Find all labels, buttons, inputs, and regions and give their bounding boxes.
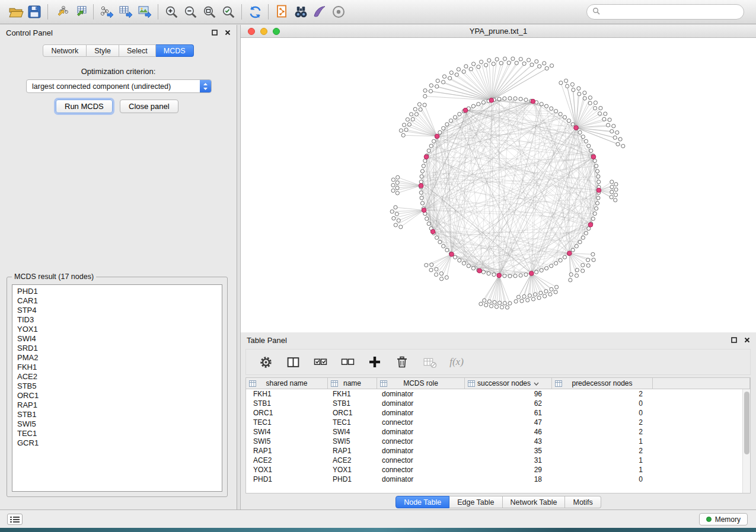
close-panel-button[interactable]: Close panel (120, 100, 178, 113)
gear-icon[interactable] (258, 354, 273, 370)
search-box[interactable] (586, 4, 744, 20)
cell-predecessor-nodes: 2 (552, 447, 653, 455)
table-row[interactable]: FKH1FKH1dominator962 (246, 389, 750, 399)
result-list-item[interactable]: GCR1 (12, 438, 222, 448)
result-list-item[interactable]: STB5 (12, 382, 222, 391)
float-window-icon[interactable] (731, 337, 737, 343)
tab-motifs[interactable]: Motifs (565, 496, 601, 508)
result-list-item[interactable]: CAR1 (12, 296, 222, 306)
memory-label: Memory (715, 515, 741, 524)
run-mcds-button[interactable]: Run MCDS (56, 100, 113, 113)
cell-successor-nodes: 35 (465, 447, 552, 455)
tab-select[interactable]: Select (119, 44, 156, 57)
result-list-item[interactable]: RAP1 (12, 400, 222, 410)
close-panel-icon[interactable] (744, 337, 750, 343)
task-history-icon[interactable] (7, 514, 23, 525)
column-header-successor-nodes[interactable]: successor nodes (465, 378, 552, 389)
clear-selection-icon[interactable] (340, 354, 355, 370)
find-icon[interactable] (291, 2, 310, 21)
birdseye-view-icon[interactable] (329, 2, 348, 21)
table-column-icon (380, 380, 387, 389)
result-list-item[interactable]: PHD1 (12, 287, 222, 296)
optimization-criterion-select[interactable]: largest connected component (undirected) (26, 79, 212, 93)
result-list-item[interactable]: SWI5 (12, 419, 222, 429)
table-row[interactable]: ACE2ACE2connector311 (246, 456, 750, 465)
tab-node-table[interactable]: Node Table (395, 496, 449, 508)
mcds-result-title: MCDS result (17 nodes) (12, 273, 96, 281)
table-row[interactable]: SWI4SWI4dominator462 (246, 427, 750, 437)
memory-button[interactable]: Memory (699, 513, 748, 525)
zoom-in-icon[interactable] (162, 2, 181, 21)
float-window-icon[interactable] (212, 30, 218, 36)
column-header-filler (653, 378, 750, 389)
import-network-icon[interactable] (52, 2, 71, 21)
zoom-selected-icon[interactable] (219, 2, 238, 21)
table-row[interactable]: PHD1PHD1dominator180 (246, 475, 750, 484)
column-header-shared-name[interactable]: shared name (246, 378, 328, 389)
table-row[interactable]: YOX1YOX1connector291 (246, 465, 750, 475)
result-list-item[interactable]: ORC1 (12, 391, 222, 400)
refresh-icon[interactable] (245, 2, 264, 21)
tab-network-table[interactable]: Network Table (503, 496, 566, 508)
result-list-item[interactable]: ACE2 (12, 372, 222, 382)
table-row[interactable]: ORC1ORC1dominator610 (246, 408, 750, 418)
cell-successor-nodes: 31 (465, 456, 552, 464)
graphics-details-icon[interactable] (310, 2, 329, 21)
column-header-name[interactable]: name (328, 378, 377, 389)
search-input[interactable] (604, 8, 738, 16)
tab-edge-table[interactable]: Edge Table (449, 496, 502, 508)
result-list-item[interactable]: STP4 (12, 306, 222, 315)
function-builder-icon[interactable]: f(x) (449, 354, 464, 370)
result-list-item[interactable]: STB1 (12, 410, 222, 419)
node-table: shared namenameMCDS rolesuccessor nodesp… (245, 377, 751, 493)
result-list-item[interactable]: PMA2 (12, 353, 222, 363)
result-list-item[interactable]: TID3 (12, 315, 222, 325)
table-row[interactable]: STB1STB1dominator620 (246, 399, 750, 408)
export-table-icon[interactable] (116, 2, 135, 21)
sort-chevron-icon (534, 379, 539, 387)
table-scrollbar[interactable] (742, 389, 750, 493)
export-image-icon[interactable] (135, 2, 154, 21)
export-network-icon[interactable] (97, 2, 116, 21)
table-row[interactable]: TEC1TEC1connector472 (246, 418, 750, 427)
network-canvas[interactable] (241, 38, 756, 332)
table-row[interactable]: RAP1RAP1dominator352 (246, 446, 750, 456)
zoom-fit-icon[interactable] (200, 2, 219, 21)
share-document-icon[interactable] (272, 2, 291, 21)
column-header-label: shared name (266, 379, 307, 387)
cell-predecessor-nodes: 0 (552, 399, 653, 408)
select-stepper-icon (200, 80, 211, 92)
open-icon[interactable] (6, 2, 25, 21)
delete-row-icon[interactable] (394, 354, 410, 370)
cell-successor-nodes: 18 (465, 475, 552, 483)
optimization-criterion-label: Optimization criterion: (0, 67, 237, 76)
import-table-icon[interactable] (71, 2, 90, 21)
cell-shared-name: STB1 (246, 399, 328, 408)
result-list-item[interactable]: SWI4 (12, 334, 222, 344)
network-window-titlebar: YPA_prune.txt_1 (241, 25, 756, 38)
column-header-MCDS-role[interactable]: MCDS role (377, 378, 465, 389)
select-all-icon[interactable] (312, 354, 328, 370)
tab-mcds[interactable]: MCDS (156, 44, 194, 57)
table-column-icon (468, 380, 475, 389)
mcds-result-list[interactable]: PHD1CAR1STP4TID3YOX1SWI4SRD1PMA2FKH1ACE2… (12, 284, 222, 492)
table-row[interactable]: SWI5SWI5connector431 (246, 437, 750, 446)
network-graph[interactable] (241, 38, 756, 332)
scrollbar-thumb[interactable] (744, 392, 749, 454)
result-list-item[interactable]: SRD1 (12, 344, 222, 353)
save-icon[interactable] (25, 2, 44, 21)
tab-style[interactable]: Style (87, 44, 119, 57)
zoom-out-icon[interactable] (181, 2, 200, 21)
table-body: FKH1FKH1dominator962STB1STB1dominator620… (246, 389, 750, 484)
result-list-item[interactable]: TEC1 (12, 429, 222, 438)
table-fn-disabled-icon[interactable] (422, 354, 437, 370)
result-list-item[interactable]: FKH1 (12, 363, 222, 372)
close-panel-icon[interactable] (225, 30, 231, 36)
columns-icon[interactable] (285, 354, 301, 370)
result-list-item[interactable]: YOX1 (12, 325, 222, 334)
tab-network[interactable]: Network (43, 44, 87, 57)
add-row-icon[interactable] (367, 354, 382, 370)
cell-successor-nodes: 29 (465, 466, 552, 474)
column-header-predecessor-nodes[interactable]: predecessor nodes (552, 378, 653, 389)
cell-predecessor-nodes: 0 (552, 409, 653, 417)
